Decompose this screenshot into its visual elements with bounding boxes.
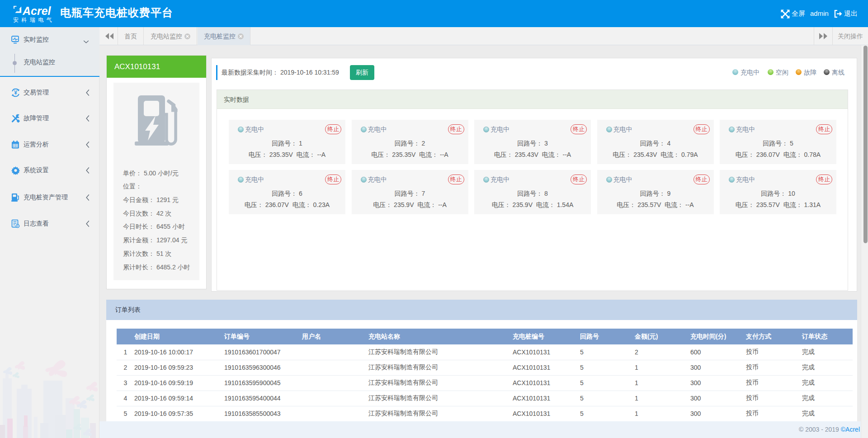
svg-text:¥: ¥	[14, 89, 17, 96]
